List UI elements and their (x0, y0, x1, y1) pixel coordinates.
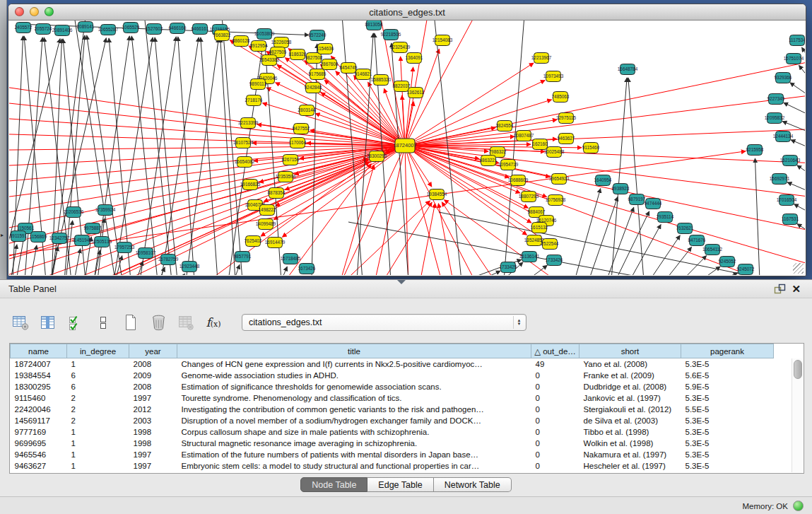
table-cell[interactable]: Yano et al. (2008) (579, 358, 681, 370)
table-cell[interactable]: 2003 (129, 415, 177, 426)
table-cell[interactable]: 5.3E-5 (681, 426, 774, 438)
tab-node-table[interactable]: Node Table (300, 477, 367, 492)
table-row[interactable]: 2242004622012Investigating the contribut… (11, 404, 774, 415)
table-cell[interactable]: 6 (67, 370, 129, 381)
graph-node[interactable]: 6466161 (192, 24, 209, 35)
graph-node[interactable]: 9227349 (767, 94, 785, 105)
table-cell[interactable]: 2 (67, 404, 129, 415)
graph-node[interactable]: 2089141 (77, 22, 95, 33)
graph-node[interactable]: 9245072 (737, 264, 755, 275)
table-row[interactable]: 977716911998Corpus callosum shape and si… (11, 426, 774, 438)
new-file-button[interactable] (120, 312, 141, 333)
graph-node[interactable]: 1640954 (594, 175, 612, 186)
table-cell[interactable]: 2008 (129, 358, 177, 370)
table-row[interactable]: 1872400712008Changes of HCN gene express… (11, 358, 774, 370)
graph-node[interactable]: 15885320 (371, 75, 392, 86)
table-cell[interactable]: 14569117 (11, 415, 67, 426)
table-cell[interactable]: 5.3E-5 (681, 392, 774, 404)
table-selector-dropdown[interactable]: citations_edges.txt ▲ ▼ (242, 314, 526, 331)
table-cell[interactable]: Genome-wide association studies in ADHD. (177, 370, 531, 381)
column-header[interactable]: name (11, 344, 67, 358)
table-cell[interactable]: Tibbo et al. (1998) (579, 426, 681, 438)
table-cell[interactable]: 1997 (129, 460, 177, 472)
graph-node[interactable]: 10954719 (498, 160, 519, 170)
graph-node[interactable]: 12095832 (765, 113, 785, 124)
graph-node[interactable]: 16914479 (265, 238, 286, 248)
table-cell[interactable]: Embryonic stem cells: a model to study s… (177, 460, 531, 472)
table-row[interactable]: 1830029562008Estimation of significance … (11, 381, 774, 392)
table-cell[interactable]: 49 (531, 358, 579, 370)
graph-node[interactable]: 1364091 (406, 53, 423, 64)
graph-node[interactable]: 18300295 (367, 151, 387, 162)
graph-node[interactable]: 19654923 (549, 174, 570, 185)
table-cell[interactable]: 22420046 (11, 404, 67, 415)
graph-node[interactable]: 10688609 (508, 175, 529, 186)
graph-node[interactable]: 1733426 (546, 255, 563, 266)
graph-node[interactable]: 12213967 (531, 53, 552, 64)
window-titlebar[interactable]: citations_edges.txt (8, 4, 806, 21)
graph-node[interactable]: 7663822 (213, 30, 231, 41)
graph-node[interactable]: 162160 (532, 139, 548, 150)
graph-node[interactable]: 3824554 (496, 121, 514, 132)
graph-node[interactable]: 15751074 (784, 54, 804, 64)
graph-node[interactable]: 7632621 (676, 223, 694, 234)
table-cell[interactable]: 5.3E-5 (681, 449, 774, 460)
column-header[interactable]: year (129, 344, 177, 358)
table-vertical-scrollbar[interactable] (792, 358, 803, 472)
table-cell[interactable]: Structural magnetic resonance image aver… (177, 438, 531, 449)
column-chooser-button[interactable] (37, 312, 59, 333)
graph-node[interactable]: 17359924 (95, 205, 116, 216)
graph-node[interactable]: 1170064 (289, 138, 307, 148)
graph-node[interactable]: 16782759 (158, 255, 179, 265)
table-cell[interactable]: 2009 (129, 370, 177, 381)
table-cell[interactable]: Stergiakouli et al. (2012) (579, 404, 681, 415)
graph-node[interactable]: 19166825 (240, 180, 261, 190)
import-table-button-disabled[interactable] (175, 312, 196, 333)
graph-node[interactable]: 17016504 (777, 195, 797, 206)
graph-node[interactable]: 20891406 (52, 25, 73, 36)
float-panel-button[interactable] (771, 284, 789, 294)
table-cell[interactable]: Tourette syndrome. Phenomenology and cla… (177, 392, 531, 404)
column-header[interactable]: pagerank (681, 344, 774, 358)
table-cell[interactable]: Investigating the contribution of common… (177, 404, 531, 415)
table-cell[interactable]: 5.6E-5 (681, 370, 774, 381)
table-row[interactable]: 969969511998Structural magnetic resonanc… (11, 438, 774, 449)
table-cell[interactable]: Estimation of significance thresholds fo… (177, 381, 531, 392)
graph-node[interactable]: 1733425 (500, 262, 517, 273)
graph-node[interactable]: 9146821 (355, 69, 372, 80)
graph-node[interactable]: 2055724 (35, 24, 52, 35)
graph-node[interactable]: 15692971 (770, 174, 790, 185)
scrollbar-thumb[interactable] (794, 360, 802, 379)
graph-node[interactable]: 1362612 (407, 88, 425, 98)
tab-network-table[interactable]: Network Table (434, 477, 512, 492)
table-cell[interactable]: 1997 (129, 392, 177, 404)
table-cell[interactable]: 5.3E-5 (681, 438, 774, 449)
graph-node[interactable]: 1154636 (317, 44, 334, 54)
graph-node[interactable]: 8186328 (289, 49, 307, 60)
select-rows-button[interactable] (65, 312, 86, 333)
table-row[interactable]: 946554611997Estimation of the future num… (11, 449, 774, 460)
table-cell[interactable]: Hescheler et al. (1997) (579, 460, 681, 472)
table-cell[interactable]: 0 (531, 449, 579, 460)
table-cell[interactable]: 18724007 (11, 358, 67, 370)
graph-node[interactable]: 3911591 (10, 231, 28, 242)
table-cell[interactable]: 1 (67, 438, 129, 449)
table-cell[interactable]: 2008 (129, 381, 177, 392)
table-row[interactable]: 1938455462009Genome-wide association stu… (11, 370, 774, 381)
table-cell[interactable]: Jankovic et al. (1997) (579, 392, 681, 404)
table-cell[interactable]: 9115460 (11, 392, 67, 404)
graph-node[interactable]: 16543382 (259, 55, 280, 66)
graph-node[interactable]: 16958107 (136, 248, 156, 259)
table-cell[interactable]: 5.3E-5 (681, 460, 774, 472)
graph-node[interactable]: 8427552 (293, 124, 310, 134)
table-cell[interactable]: 0 (531, 381, 579, 392)
graph-node[interactable]: 1527602 (146, 24, 163, 35)
graph-node[interactable]: 16648784 (618, 64, 638, 75)
graph-node[interactable]: 9245052 (719, 257, 736, 267)
table-cell[interactable]: 9777169 (11, 426, 67, 438)
network-canvas[interactable]: 2405572205572420891406208914110655287106… (9, 21, 805, 275)
graph-node[interactable]: 9242848 (305, 83, 322, 93)
graph-node[interactable]: 2867608 (321, 59, 339, 70)
table-cell[interactable]: Estimation of the future numbers of pati… (177, 449, 531, 460)
table-cell[interactable]: 0 (531, 404, 579, 415)
